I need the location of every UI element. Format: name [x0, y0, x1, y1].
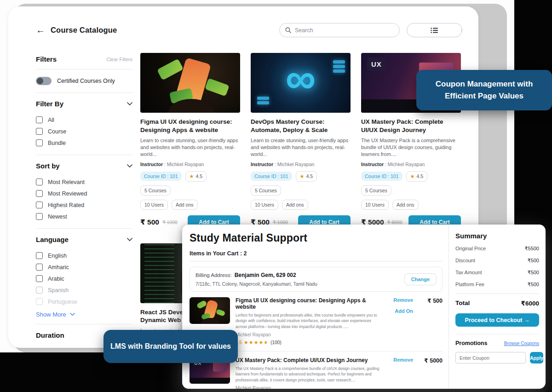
divider [455, 334, 539, 334]
billing-name: Benjamin Gem, 629 002 [235, 272, 296, 278]
course-card-devops[interactable]: ∞ DevOps Mastery Course: Automate, Deplo… [251, 53, 351, 230]
sort-option-highest-rated[interactable]: Highest Rated [36, 199, 132, 211]
language-option-english[interactable]: English [36, 250, 132, 261]
summary-label: Discount [455, 258, 475, 264]
star-rating-icons: ★★★★★★ [244, 340, 269, 346]
instructor-label: Instructor [140, 161, 163, 167]
star-icon: ★ [410, 173, 415, 179]
rating-value: 4.5 [416, 173, 423, 179]
addons-badge[interactable]: Add ons [282, 200, 308, 210]
search-input[interactable] [295, 27, 394, 34]
coupon-management-banner: Coupon Management with Efficient Page Va… [416, 70, 552, 110]
checkbox[interactable] [36, 202, 43, 208]
language-header[interactable]: Language [36, 235, 132, 245]
language-option-portuguese[interactable]: Portuguese [36, 296, 132, 307]
filter-option-course[interactable]: Course [36, 126, 132, 137]
coupon-input[interactable] [455, 352, 526, 363]
language-option-spanish[interactable]: Spanish [36, 284, 132, 296]
course-instructor: Instructor : Michkel Rayapan [361, 161, 461, 167]
filters-sidebar: Filters Clear Filters Certified Courses … [36, 55, 132, 348]
search-bar[interactable] [279, 23, 400, 37]
checkbox[interactable] [36, 275, 43, 282]
list-view-icon [431, 28, 438, 33]
filter-by-header[interactable]: Filter By [36, 99, 132, 110]
addons-badge[interactable]: Add ons [172, 200, 198, 210]
course-description: The UX Mastery Pack is a comprehensive b… [361, 137, 461, 158]
summary-value: ₹500 [528, 270, 539, 276]
checkbox[interactable] [36, 139, 43, 146]
option-label: Most Relevant [48, 179, 85, 185]
checkbox[interactable] [36, 116, 43, 123]
sort-option-most-relevant[interactable]: Most Relevant [36, 176, 132, 188]
banner-text: LMS with Branding Tool for values [110, 342, 231, 351]
summary-value: ₹500 [528, 258, 539, 264]
total-value: ₹6000 [521, 300, 539, 307]
billing-label: Billing Address: [196, 272, 232, 278]
addons-badge[interactable]: Add ons [392, 200, 419, 210]
show-more-link[interactable]: Show More [36, 311, 132, 318]
summary-title: Summary [455, 232, 539, 240]
sort-option-most-reviewed[interactable]: Most Reviewed [36, 188, 132, 199]
add-on-link[interactable]: Add On [386, 308, 413, 314]
course-card-figma[interactable]: Figma UI UX designing course: Designing … [140, 53, 240, 230]
language-option-arabic[interactable]: Arabic [36, 273, 132, 284]
billing-address: 7/118c, TTL Colony, Nagercoil, Kanyakuma… [196, 281, 404, 287]
back-arrow-icon[interactable]: ← [36, 25, 45, 35]
instructor-label: Instructor [251, 161, 273, 167]
divider [36, 92, 132, 93]
checkbox[interactable] [36, 298, 43, 305]
courses-count-badge: 5 Courses [361, 185, 391, 196]
chevron-down-icon [127, 238, 132, 242]
courses-count-badge: 5 Courses [251, 185, 281, 196]
course-title: Figma UI UX designing course: Designing … [140, 118, 240, 134]
courses-count-badge: 5 Courses [140, 185, 171, 196]
star-icon: ★ [300, 173, 305, 179]
language-option-amharic[interactable]: Amharic [36, 261, 132, 273]
divider [36, 69, 132, 69]
cart-item-description: Lerfect for beginners and professionals … [236, 312, 381, 329]
checkbox[interactable] [36, 287, 43, 294]
sort-by-header[interactable]: Sort by [36, 161, 132, 172]
total-label: Total [455, 300, 470, 307]
summary-value: ₹500 [528, 282, 539, 288]
billing-address-box: Billing Address:Benjamin Gem, 629 002 7/… [190, 267, 443, 292]
course-thumbnail-devops: ∞ [251, 53, 351, 113]
list-view-button[interactable] [407, 23, 462, 37]
course-title: DevOps Mastery Course: Automate, Deploy … [251, 118, 351, 134]
option-label: Portuguese [48, 299, 77, 305]
browse-coupons-link[interactable]: Browse Coupons [504, 341, 539, 346]
banner-text: Coupon Management with Efficient Page Va… [427, 78, 541, 103]
checkbox[interactable] [36, 128, 43, 135]
sort-by-title: Sort by [36, 162, 60, 170]
proceed-to-checkout-button[interactable]: Proceed to Checkout → [455, 313, 539, 327]
checkbox[interactable] [36, 252, 43, 259]
star-icon: ★ [190, 173, 194, 179]
filter-option-bundle[interactable]: Bundle [36, 137, 132, 149]
remove-item-link[interactable]: Remove [386, 357, 413, 363]
checkbox[interactable] [36, 190, 43, 197]
chevron-down-icon [70, 313, 75, 316]
remove-item-link[interactable]: Remove [386, 297, 413, 303]
summary-row-original-price: Original Price ₹5500 [455, 246, 539, 252]
summary-row-tax: Tax Amount ₹500 [455, 270, 539, 276]
rating-value: 4.5 [306, 173, 313, 179]
divider [455, 294, 539, 294]
promotions-title: Promotions [455, 340, 487, 346]
view-toggle [407, 23, 462, 37]
sort-option-newest[interactable]: Newest [36, 211, 132, 222]
summary-panel: Summary Original Price ₹5500 Discount ₹5… [448, 225, 546, 389]
filter-option-all[interactable]: All [36, 114, 132, 126]
change-address-button[interactable]: Change [404, 273, 437, 285]
certified-toggle[interactable] [36, 77, 52, 85]
cart-item-rating: 4.5 ★★★★★★ (100) [236, 340, 381, 346]
clear-filters-button[interactable]: Clear Filters [106, 57, 132, 62]
checkbox[interactable] [36, 264, 43, 271]
course-description: Learn to create stunning, user-friendly … [140, 137, 240, 158]
course-description: Learn to create stunning, user-friendly … [251, 137, 351, 158]
summary-total-row: Total ₹6000 [455, 300, 539, 307]
apply-coupon-button[interactable]: Apply [530, 352, 543, 363]
instructor-label: Instructor [361, 161, 384, 167]
lms-branding-banner: LMS with Branding Tool for values [104, 330, 238, 363]
checkbox[interactable] [36, 213, 43, 220]
checkbox[interactable] [36, 179, 43, 185]
